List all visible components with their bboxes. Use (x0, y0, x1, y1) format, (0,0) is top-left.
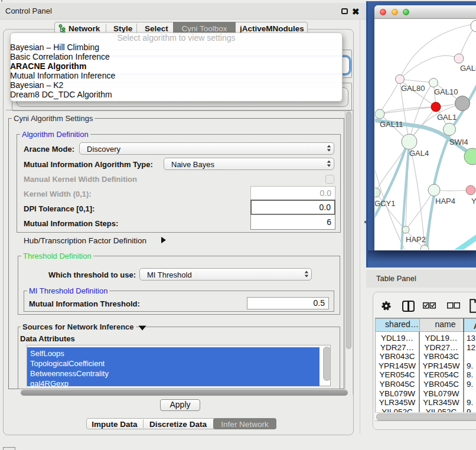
svg-text:GAL1: GAL1 (437, 113, 457, 122)
svg-text:HAP2: HAP2 (406, 235, 426, 244)
svg-text:Y: Y (471, 197, 476, 206)
svg-text:SWI4: SWI4 (449, 138, 468, 146)
svg-text:GAL8: GAL8 (460, 64, 476, 73)
svg-text:GAL4: GAL4 (409, 149, 429, 158)
svg-text:GCY1: GCY1 (375, 199, 395, 208)
svg-text:GAL11: GAL11 (380, 120, 403, 129)
svg-text:GAL10: GAL10 (434, 87, 458, 96)
svg-text:GAL80: GAL80 (401, 84, 425, 93)
svg-text:HAP4: HAP4 (435, 197, 455, 206)
